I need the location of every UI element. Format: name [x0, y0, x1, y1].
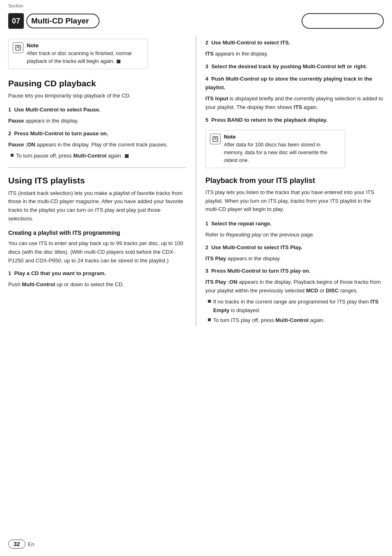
header-right-pill	[302, 13, 384, 29]
note-text-2: After data for 100 discs has been stored…	[224, 141, 340, 164]
pausing-step1-label: 1 Use Multi-Control to select Pause.	[8, 106, 187, 114]
note-icon-2	[210, 134, 221, 144]
pausing-step2-text: Pause :ON appears in the display. Play o…	[8, 141, 187, 149]
pb-step3-bullet1: If no tracks in the current range are pr…	[208, 298, 384, 315]
bullet-icon-2	[208, 300, 211, 303]
pb-step1-text: Refer to Repeating play on the previous …	[205, 231, 384, 239]
bullet-icon-3	[208, 318, 211, 321]
pausing-step2-bullet: To turn pause off, press Multi-Control a…	[11, 152, 187, 160]
pb-step1-label: 1 Select the repeat range.	[205, 220, 384, 228]
its-step1-label: 1 Play a CD that you want to program.	[8, 269, 187, 278]
note-icon-1	[13, 42, 23, 53]
pb-step2-text: ITS Play appears in the display.	[205, 255, 384, 263]
pb-step3-bullet2: To turn ITS play off, press Multi-Contro…	[208, 316, 384, 325]
its-intro: ITS (instant track selection) lets you m…	[8, 189, 187, 223]
left-column: Note After track or disc scanning is fin…	[8, 35, 196, 327]
its-step4-label: 4 Push Multi-Control up to store the cur…	[205, 75, 384, 92]
stop-icon-2	[125, 154, 129, 158]
stop-icon-1	[117, 60, 120, 63]
footer-lang: En	[28, 541, 35, 547]
pausing-step2-label: 2 Press Multi-Control to turn pause on.	[8, 130, 187, 138]
note-content-1: Note After track or disc scanning is fin…	[27, 42, 143, 65]
playback-intro: ITS play lets you listen to the tracks t…	[205, 188, 384, 214]
note-text-1: After track or disc scanning is finished…	[27, 50, 143, 65]
pb-step3-text: ITS Play :ON appears in the display. Pla…	[205, 278, 384, 295]
note-content-2: Note After data for 100 discs has been s…	[224, 134, 340, 164]
note-title-2: Note	[224, 134, 340, 140]
creating-intro: You can use ITS to enter and play back u…	[8, 239, 187, 265]
pausing-intro: Pause lets you temporarily stop playback…	[8, 92, 187, 100]
its-step2-label: 2 Use Multi-Control to select ITS.	[205, 39, 384, 47]
pausing-step1-text: Pause appears in the display.	[8, 117, 187, 125]
bullet-icon	[11, 154, 14, 157]
pb-step2-label: 2 Use Multi-Control to select ITS Play.	[205, 243, 384, 252]
its-step4-text: ITS Input is displayed briefly and the c…	[205, 95, 384, 112]
its-step2-text: ITS appears in the display.	[205, 50, 384, 58]
note-box-2: Note After data for 100 discs has been s…	[205, 130, 345, 168]
its-step3-label: 3 Select the desired track by pushing Mu…	[205, 63, 384, 71]
note-title-1: Note	[27, 42, 143, 49]
creating-heading: Creating a playlist with ITS programming	[8, 229, 187, 237]
its-heading: Using ITS playlists	[8, 175, 187, 185]
page-title: Multi-CD Player	[26, 14, 99, 28]
pausing-heading: Pausing CD playback	[8, 78, 187, 88]
playback-heading: Playback from your ITS playlist	[205, 176, 384, 186]
its-step1-text: Push Multi-Control up or down to select …	[8, 280, 187, 289]
footer: 32 En	[8, 540, 34, 549]
note-box-1: Note After track or disc scanning is fin…	[8, 39, 148, 69]
its-step5-label: 5 Press BAND to return to the playback d…	[205, 116, 384, 125]
right-column: 2 Use Multi-Control to select ITS. ITS a…	[196, 35, 384, 327]
divider-1	[8, 167, 187, 168]
page-number: 32	[8, 540, 25, 549]
section-number: 07	[8, 13, 24, 29]
pb-step3-label: 3 Press Multi-Control to turn ITS play o…	[205, 267, 384, 276]
section-label: Section	[8, 3, 23, 8]
